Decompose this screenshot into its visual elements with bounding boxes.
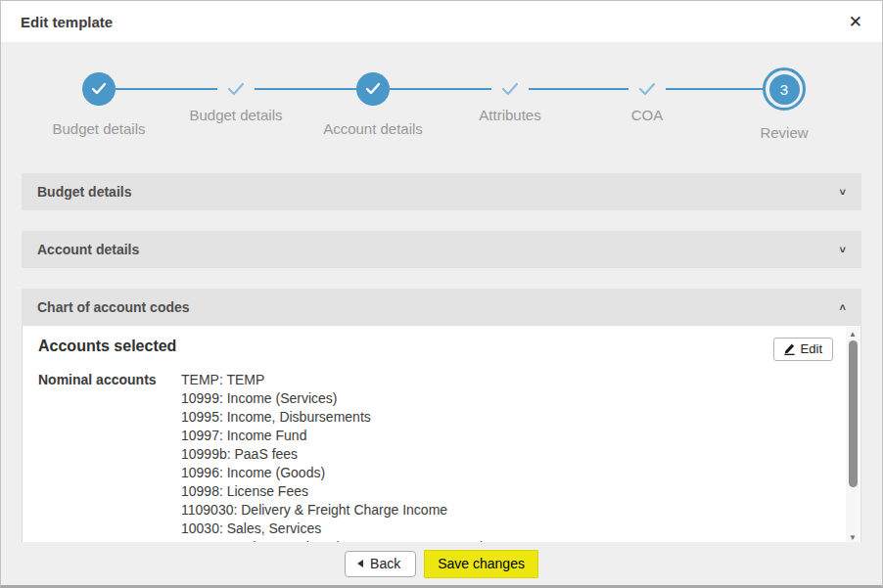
nominal-accounts-label: Nominal accounts [38, 371, 181, 546]
account-item: TEMP: TEMP [181, 371, 485, 389]
back-button-label: Back [370, 556, 400, 571]
wizard-stepper: Budget details Budget details Account de… [1, 42, 882, 173]
save-changes-button[interactable]: Save changes [424, 550, 538, 578]
step-label: Review [706, 124, 862, 141]
dialog-titlebar: Edit template ✕ [1, 1, 882, 42]
dialog-title: Edit template [21, 14, 113, 30]
account-item: 1109030: Delivery & Freight Charge Incom… [181, 501, 485, 520]
step-label: COA [569, 107, 725, 123]
account-item: 10999b: PaaS fees [181, 445, 485, 464]
check-circle-icon [356, 72, 390, 106]
active-step-ring: 3 [763, 68, 806, 111]
chevron-up-icon[interactable]: ˄ [840, 301, 846, 313]
stepper-line [99, 88, 784, 90]
pencil-icon [783, 342, 796, 355]
step-label: Attributes [432, 107, 588, 123]
account-item: 10996: Income (Goods) [181, 464, 485, 482]
step-label: Budget details [21, 120, 177, 137]
back-button[interactable]: Back [345, 551, 416, 577]
check-icon [500, 81, 520, 97]
account-list: TEMP: TEMP10999: Income (Services)10995:… [181, 371, 485, 546]
check-icon [226, 81, 246, 97]
active-step-number: 3 [769, 74, 800, 105]
edit-button-label: Edit [801, 341, 822, 356]
section-account-details[interactable]: Account details ˅ [22, 231, 861, 268]
step-label: Budget details [158, 107, 314, 123]
account-item: 10995: Income, Disbursements [181, 408, 485, 427]
edit-button[interactable]: Edit [773, 338, 833, 361]
account-item: 10997: Income Fund [181, 427, 485, 445]
scrollbar[interactable]: ▲ ▼ [846, 327, 860, 544]
step-account-details[interactable] [356, 72, 390, 106]
account-item: 10998: License Fees [181, 482, 485, 501]
scrollbar-thumb[interactable] [849, 340, 858, 487]
scroll-up-icon[interactable]: ▲ [846, 327, 860, 340]
coa-panel: Accounts selected Edit Nominal accounts … [22, 326, 861, 546]
accounts-selected-heading: Accounts selected [38, 338, 176, 355]
edit-template-dialog: Edit template ✕ Budget details Budget de… [0, 0, 883, 588]
step-attributes[interactable] [491, 81, 529, 97]
section-budget-details[interactable]: Budget details ˅ [22, 173, 861, 210]
check-circle-icon [82, 72, 116, 106]
section-title: Budget details [37, 184, 131, 200]
step-review-active[interactable]: 3 [763, 68, 806, 111]
step-budget-details-1[interactable] [82, 72, 116, 106]
account-item: 10999: Income (Services) [181, 389, 485, 408]
section-title: Chart of account codes [37, 299, 190, 315]
chevron-down-icon[interactable]: ˅ [840, 244, 846, 255]
section-chart-of-account-codes[interactable]: Chart of account codes ˄ [22, 289, 861, 326]
step-label: Account details [295, 120, 451, 137]
section-title: Account details [37, 242, 139, 257]
chevron-down-icon[interactable]: ˅ [840, 186, 846, 198]
step-budget-details-2[interactable] [217, 81, 255, 97]
check-icon [364, 81, 382, 97]
account-item: 10030: Sales, Services [181, 520, 485, 538]
check-icon [90, 81, 108, 97]
dialog-footer: Back Save changes [1, 542, 882, 585]
step-coa[interactable] [628, 81, 666, 97]
back-chevron-icon [357, 560, 363, 567]
check-icon [637, 81, 657, 97]
close-icon[interactable]: ✕ [849, 14, 862, 30]
